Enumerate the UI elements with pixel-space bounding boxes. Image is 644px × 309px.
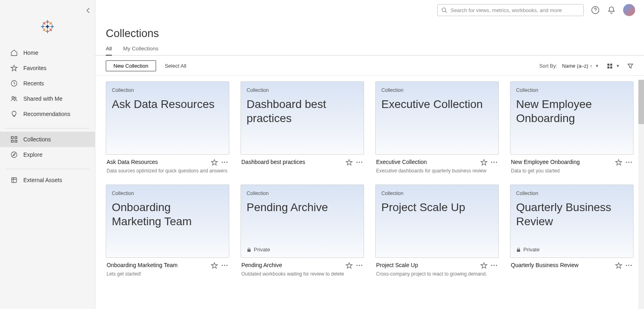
more-menu-button[interactable]: ··· xyxy=(356,159,363,166)
sort-dropdown[interactable]: Name (a–z) ↑ ▼ xyxy=(562,63,599,69)
card-description: Data sources optimized for quick questio… xyxy=(106,166,229,174)
tab-all[interactable]: All xyxy=(106,46,112,56)
collection-card: CollectionDashboard best practicesDashbo… xyxy=(241,81,364,174)
more-menu-button[interactable]: ··· xyxy=(491,262,498,269)
card-meta: Onboarding Marketing Team··· xyxy=(106,258,229,269)
card-title: Executive Collection xyxy=(381,97,493,111)
collection-card: CollectionOnboarding Marketing TeamOnboa… xyxy=(106,185,229,277)
card-actions: ··· xyxy=(615,262,633,269)
card-title: Pending Archive xyxy=(247,200,358,214)
sidebar-item-label: Home xyxy=(23,50,38,56)
compass-icon xyxy=(10,151,18,158)
card-title: Quarterly Business Review xyxy=(516,200,628,228)
sidebar-item-explore[interactable]: Explore xyxy=(0,147,95,162)
svg-rect-21 xyxy=(11,137,13,139)
collections-grid: CollectionAsk Data ResourcesAsk Data Res… xyxy=(106,81,634,277)
collection-card: CollectionAsk Data ResourcesAsk Data Res… xyxy=(106,81,229,174)
card-name-link[interactable]: Pending Archive xyxy=(241,262,343,268)
sidebar-item-label: Favorites xyxy=(23,65,47,71)
more-menu-button[interactable]: ··· xyxy=(625,159,633,166)
collections-icon xyxy=(10,136,18,143)
sidebar-item-label: Shared with Me xyxy=(23,95,62,102)
user-avatar[interactable] xyxy=(623,4,635,16)
more-menu-button[interactable]: ··· xyxy=(491,159,498,166)
card-description: Cross-company project to react to growin… xyxy=(375,269,499,277)
sidebar-item-shared[interactable]: Shared with Me xyxy=(0,91,95,106)
collection-card-hero[interactable]: CollectionOnboarding Marketing Team xyxy=(106,185,229,258)
page-title: Collections xyxy=(95,16,644,46)
collection-card-hero[interactable]: CollectionAsk Data Resources xyxy=(106,81,229,155)
card-title: Dashboard best practices xyxy=(247,97,358,125)
card-name-link[interactable]: Ask Data Resources xyxy=(107,159,208,165)
card-actions: ··· xyxy=(211,262,228,269)
tab-my-collections[interactable]: My Collections xyxy=(123,46,158,55)
collection-card-hero[interactable]: CollectionPending ArchivePrivate xyxy=(241,185,364,258)
card-name-link[interactable]: Project Scale Up xyxy=(376,262,478,268)
favorite-button[interactable] xyxy=(615,262,622,269)
collection-card-hero[interactable]: CollectionQuarterly Business ReviewPriva… xyxy=(510,185,634,258)
svg-point-20 xyxy=(14,97,16,99)
collection-card-hero[interactable]: CollectionNew Employee Onboarding xyxy=(510,81,634,155)
favorite-button[interactable] xyxy=(211,262,218,269)
card-type-label: Collection xyxy=(112,191,223,196)
sort-value-text: Name (a–z) ↑ xyxy=(562,63,592,69)
favorite-button[interactable] xyxy=(615,159,622,166)
sidebar-item-recents[interactable]: Recents xyxy=(0,76,95,91)
sidebar-collapse-button[interactable] xyxy=(86,7,90,14)
card-description: Outdated workbooks waiting for review to… xyxy=(241,269,364,277)
divider xyxy=(6,169,89,169)
card-description: Data to get you started xyxy=(510,166,634,174)
card-meta: Project Scale Up··· xyxy=(375,258,499,269)
people-icon xyxy=(10,95,18,102)
more-menu-button[interactable]: ··· xyxy=(625,262,633,269)
svg-rect-22 xyxy=(15,137,17,139)
card-meta: New Employee Onboarding··· xyxy=(510,155,634,166)
notifications-button[interactable] xyxy=(607,6,616,15)
card-actions: ··· xyxy=(346,262,363,269)
collection-card: CollectionExecutive CollectionExecutive … xyxy=(375,81,499,174)
sidebar-item-collections[interactable]: Collections xyxy=(0,132,95,147)
card-name-link[interactable]: Dashboard best practices xyxy=(241,159,343,165)
collection-card: CollectionPending ArchivePrivatePending … xyxy=(241,185,364,277)
sidebar-item-external-assets[interactable]: External Assets xyxy=(0,172,95,188)
sidebar-item-home[interactable]: Home xyxy=(0,45,95,60)
favorite-button[interactable] xyxy=(346,159,353,166)
collection-card-hero[interactable]: CollectionProject Scale Up xyxy=(375,185,499,258)
card-name-link[interactable]: Executive Collection xyxy=(376,159,478,165)
sidebar-item-favorites[interactable]: Favorites xyxy=(0,60,95,76)
card-description: Lets get started! xyxy=(106,269,229,277)
private-badge: Private xyxy=(247,247,270,253)
svg-rect-26 xyxy=(12,178,16,182)
card-type-label: Collection xyxy=(381,87,493,93)
card-name-link[interactable]: Quarterly Business Review xyxy=(511,262,613,268)
card-actions: ··· xyxy=(211,159,228,166)
favorite-button[interactable] xyxy=(346,262,353,269)
new-collection-button[interactable]: New Collection xyxy=(106,60,156,71)
help-button[interactable] xyxy=(591,6,600,15)
card-type-label: Collection xyxy=(381,191,493,196)
svg-rect-24 xyxy=(15,140,17,142)
favorite-button[interactable] xyxy=(211,159,218,166)
card-type-label: Collection xyxy=(516,191,628,196)
collection-card-hero[interactable]: CollectionExecutive Collection xyxy=(375,81,499,155)
card-name-link[interactable]: Onboarding Marketing Team xyxy=(107,262,208,268)
sidebar-item-recommendations[interactable]: Recommendations xyxy=(0,106,95,122)
scrollbar[interactable] xyxy=(638,80,644,309)
filter-button[interactable] xyxy=(627,63,634,69)
sidebar: Home Favorites Recents Shared with Me Re… xyxy=(0,0,95,309)
card-actions: ··· xyxy=(346,159,363,166)
svg-rect-32 xyxy=(607,66,609,68)
select-all-button[interactable]: Select All xyxy=(165,63,186,69)
view-mode-button[interactable]: ▼ xyxy=(607,63,620,69)
favorite-button[interactable] xyxy=(480,262,488,269)
lock-icon xyxy=(247,247,251,252)
more-menu-button[interactable]: ··· xyxy=(356,262,363,269)
card-meta: Ask Data Resources··· xyxy=(106,155,229,166)
more-menu-button[interactable]: ··· xyxy=(221,159,228,166)
card-name-link[interactable]: New Employee Onboarding xyxy=(511,159,613,165)
collection-card-hero[interactable]: CollectionDashboard best practices xyxy=(241,81,364,155)
home-icon xyxy=(10,49,18,56)
favorite-button[interactable] xyxy=(480,159,488,166)
more-menu-button[interactable]: ··· xyxy=(221,262,228,269)
search-input[interactable] xyxy=(437,4,584,16)
